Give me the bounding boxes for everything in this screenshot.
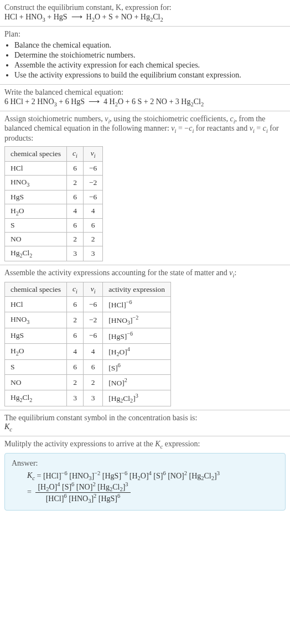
table-row: HCl6−6[HCl]−6	[5, 297, 171, 312]
cell-species: Hg2Cl2	[5, 246, 67, 261]
intro-reaction: HCl + HNO3 + HgS ⟶ H2O + S + NO + Hg2Cl2	[4, 12, 286, 23]
kc-symbol: Kc	[4, 423, 286, 432]
cell-species: S	[5, 359, 67, 375]
cell-ci: 2	[67, 233, 84, 246]
cell-ci: 6	[67, 161, 84, 175]
kc-fraction: [H2O]4 [S]6 [NO]2 [Hg2Cl2]3 [HCl]6 [HNO3…	[35, 481, 130, 504]
cell-vi: 6	[83, 219, 102, 233]
cell-ci: 6	[67, 328, 84, 344]
cell-ci: 6	[67, 190, 84, 204]
cell-vi: −6	[83, 328, 102, 344]
cell-vi: −6	[83, 190, 102, 204]
cell-activity: [HCl]−6	[103, 297, 171, 312]
cell-vi: 2	[83, 233, 102, 246]
cell-ci: 6	[67, 297, 84, 312]
kc-expression-line1: Kc = [HCl]−6 [HNO3]−2 [HgS]−6 [H2O]4 [S]…	[27, 470, 278, 481]
table-row: S66[S]6	[5, 359, 171, 375]
table-row: HgS6−6[HgS]−6	[5, 328, 171, 344]
cell-species: HCl	[5, 297, 67, 312]
cell-species: S	[5, 219, 67, 233]
cell-ci: 2	[67, 375, 84, 390]
table-row: NO22	[5, 233, 103, 246]
cell-vi: 3	[83, 390, 102, 406]
cell-species: NO	[5, 375, 67, 390]
answer-box: Answer: Kc = [HCl]−6 [HNO3]−2 [HgS]−6 [H…	[4, 453, 286, 511]
plan-list: Balance the chemical equation. Determine…	[4, 41, 286, 80]
cell-activity: [S]6	[103, 359, 171, 375]
final-section: Mulitply the activity expressions to arr…	[0, 436, 290, 514]
table-row: HNO32−2	[5, 175, 103, 190]
intro-line1: Construct the equilibrium constant, K, e…	[4, 3, 286, 12]
plan-title: Plan:	[4, 30, 286, 39]
table-row: S66	[5, 219, 103, 233]
kc-symbol-section: The equilibrium constant symbol in the c…	[0, 410, 290, 436]
table-header-row: chemical species ci νi	[5, 147, 103, 162]
cell-species: HgS	[5, 190, 67, 204]
col-ci: ci	[67, 147, 84, 162]
col-species: chemical species	[5, 282, 67, 297]
table-row: HgS6−6	[5, 190, 103, 204]
cell-ci: 3	[67, 390, 84, 406]
cell-vi: 4	[83, 343, 102, 359]
answer-label: Answer:	[12, 459, 278, 468]
cell-species: HgS	[5, 328, 67, 344]
plan-item: Use the activity expressions to build th…	[14, 71, 286, 80]
kc-expression-fraction-line: = [H2O]4 [S]6 [NO]2 [Hg2Cl2]3 [HCl]6 [HN…	[27, 481, 278, 504]
activity-section: Assemble the activity expressions accoun…	[0, 265, 290, 410]
table-row: Hg2Cl233[Hg2Cl2]3	[5, 390, 171, 406]
activity-intro: Assemble the activity expressions accoun…	[4, 269, 286, 279]
plan-section: Plan: Balance the chemical equation. Det…	[0, 26, 290, 84]
kc-fraction-numerator: [H2O]4 [S]6 [NO]2 [Hg2Cl2]3	[35, 481, 130, 493]
cell-ci: 4	[67, 343, 84, 359]
kc-symbol-line1: The equilibrium constant symbol in the c…	[4, 414, 286, 423]
table-header-row: chemical species ci νi activity expressi…	[5, 282, 171, 297]
table-row: HCl6−6	[5, 161, 103, 175]
intro-section: Construct the equilibrium constant, K, e…	[0, 0, 290, 26]
col-ci: ci	[67, 282, 84, 297]
cell-species: H2O	[5, 204, 67, 219]
cell-species: H2O	[5, 343, 67, 359]
cell-ci: 3	[67, 246, 84, 261]
cell-activity: [H2O]4	[103, 343, 171, 359]
stoich-intro: Assign stoichiometric numbers, νi, using…	[4, 115, 286, 143]
kc-fraction-denominator: [HCl]6 [HNO3]2 [HgS]6	[35, 493, 130, 504]
cell-species: HNO3	[5, 175, 67, 190]
plan-item: Determine the stoichiometric numbers.	[14, 51, 286, 60]
cell-vi: 3	[83, 246, 102, 261]
cell-ci: 2	[67, 312, 84, 328]
cell-species: HNO3	[5, 312, 67, 328]
cell-ci: 2	[67, 175, 84, 190]
cell-activity: [HgS]−6	[103, 328, 171, 344]
activity-table: chemical species ci νi activity expressi…	[4, 282, 171, 406]
balanced-title: Write the balanced chemical equation:	[4, 88, 286, 97]
cell-vi: −2	[83, 312, 102, 328]
table-row: H2O44[H2O]4	[5, 343, 171, 359]
cell-vi: 2	[83, 375, 102, 390]
cell-activity: [HNO3]−2	[103, 312, 171, 328]
balanced-section: Write the balanced chemical equation: 6 …	[0, 84, 290, 111]
cell-vi: 6	[83, 359, 102, 375]
cell-vi: 4	[83, 204, 102, 219]
cell-vi: −6	[83, 297, 102, 312]
col-activity: activity expression	[103, 282, 171, 297]
cell-activity: [Hg2Cl2]3	[103, 390, 171, 406]
cell-vi: −2	[83, 175, 102, 190]
col-species: chemical species	[5, 147, 67, 162]
plan-item: Assemble the activity expression for eac…	[14, 61, 286, 70]
col-vi: νi	[83, 147, 102, 162]
table-row: H2O44	[5, 204, 103, 219]
table-row: HNO32−2[HNO3]−2	[5, 312, 171, 328]
balanced-eqn: 6 HCl + 2 HNO3 + 6 HgS ⟶ 4 H2O + 6 S + 2…	[4, 97, 286, 107]
table-row: Hg2Cl233	[5, 246, 103, 261]
final-intro: Mulitply the activity expressions to arr…	[4, 440, 286, 450]
cell-ci: 6	[67, 219, 84, 233]
col-vi: νi	[83, 282, 102, 297]
plan-item: Balance the chemical equation.	[14, 41, 286, 50]
cell-ci: 6	[67, 359, 84, 375]
stoich-section: Assign stoichiometric numbers, νi, using…	[0, 111, 290, 265]
cell-species: NO	[5, 233, 67, 246]
cell-activity: [NO]2	[103, 375, 171, 390]
equals-sign: =	[27, 488, 32, 496]
cell-ci: 4	[67, 204, 84, 219]
cell-vi: −6	[83, 161, 102, 175]
